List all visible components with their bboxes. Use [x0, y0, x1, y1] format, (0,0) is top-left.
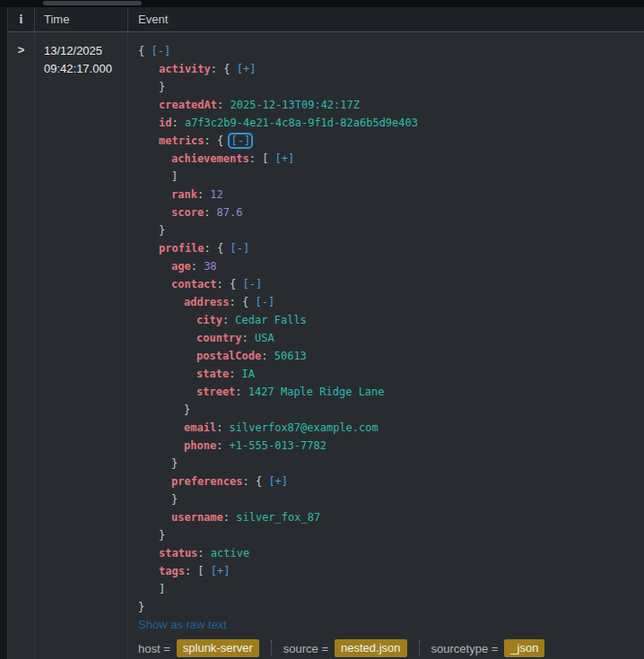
- json-line: { [-]: [138, 42, 644, 60]
- field-separator: [419, 640, 420, 656]
- expand-toggle[interactable]: [+]: [268, 475, 288, 488]
- json-line: postalCode: 50613: [196, 347, 644, 365]
- json-punctuation: }: [138, 601, 144, 613]
- json-punctuation: ]: [159, 583, 165, 595]
- json-key[interactable]: email: [184, 421, 216, 434]
- show-as-raw-text-link[interactable]: Show as raw text: [138, 616, 227, 634]
- json-punctuation: }: [184, 403, 190, 416]
- json-punctuation: }: [171, 493, 178, 506]
- json-key[interactable]: username: [171, 511, 223, 524]
- json-key[interactable]: street: [196, 386, 235, 398]
- json-key[interactable]: activity: [159, 63, 211, 75]
- expand-toggle[interactable]: [+]: [211, 565, 231, 577]
- json-string-value[interactable]: +1-555-013-7782: [230, 439, 326, 452]
- expand-event-chevron-icon[interactable]: >: [18, 43, 25, 56]
- json-key[interactable]: preferences: [171, 475, 242, 488]
- json-line: status: active: [159, 544, 644, 562]
- json-string-value[interactable]: active: [211, 547, 249, 559]
- json-punctuation: :: [261, 350, 274, 362]
- json-line: }: [138, 598, 644, 616]
- json-key[interactable]: postalCode: [196, 350, 261, 362]
- json-string-value[interactable]: a7f3c2b9-4e21-4c8a-9f1d-82a6b5d9e403: [185, 117, 418, 129]
- json-line: metrics: { [-]: [159, 132, 644, 150]
- json-key[interactable]: age: [171, 260, 191, 273]
- json-punctuation: : {: [211, 63, 237, 75]
- json-key[interactable]: state: [196, 368, 229, 380]
- json-key[interactable]: id: [159, 117, 171, 129]
- json-punctuation: : {: [230, 296, 256, 308]
- expand-toggle[interactable]: [-]: [242, 278, 262, 290]
- json-punctuation: :: [197, 547, 210, 559]
- json-string-value[interactable]: USA: [255, 332, 274, 344]
- json-string-value[interactable]: IA: [242, 368, 255, 380]
- json-key[interactable]: metrics: [159, 134, 205, 147]
- json-punctuation: :: [204, 206, 216, 219]
- expand-toggle-focused[interactable]: [-]: [230, 134, 251, 147]
- expand-toggle[interactable]: [+]: [237, 63, 257, 75]
- json-key[interactable]: rank: [171, 188, 197, 201]
- json-key[interactable]: createdAt: [159, 99, 217, 111]
- json-string-value[interactable]: silver_fox_87: [236, 511, 320, 524]
- json-string-value[interactable]: 1427 Maple Ridge Lane: [248, 386, 385, 398]
- json-punctuation: :: [191, 260, 204, 273]
- expand-toggle[interactable]: [+]: [275, 152, 295, 165]
- json-key[interactable]: profile: [159, 242, 205, 255]
- json-line: username: silver_fox_87: [171, 508, 644, 526]
- json-string-value[interactable]: silverfox87@example.com: [230, 421, 379, 434]
- horizontal-scrollbar-thumb[interactable]: [43, 1, 142, 5]
- events-table-header: i Time Event: [8, 7, 644, 32]
- json-string-value[interactable]: 50613: [274, 350, 307, 362]
- host-field-value-badge[interactable]: splunk-server: [177, 639, 259, 657]
- event-date: 13/12/2025: [44, 42, 127, 60]
- json-line: }: [184, 401, 644, 419]
- json-punctuation: : [: [185, 565, 211, 577]
- json-key[interactable]: status: [159, 547, 197, 559]
- expand-toggle[interactable]: [-]: [255, 296, 274, 308]
- json-key[interactable]: country: [196, 332, 242, 344]
- json-key[interactable]: score: [171, 206, 204, 219]
- sourcetype-field-value-badge[interactable]: _json: [504, 639, 544, 657]
- json-punctuation: }: [159, 81, 165, 93]
- json-line: city: Cedar Falls: [196, 311, 644, 329]
- json-line: street: 1427 Maple Ridge Lane: [196, 383, 644, 401]
- json-punctuation: {: [138, 45, 151, 57]
- json-key[interactable]: achievements: [171, 152, 249, 165]
- json-punctuation: :: [197, 188, 210, 201]
- json-number-value[interactable]: 87.6: [217, 206, 243, 219]
- json-line: }: [159, 221, 644, 239]
- expand-toggle[interactable]: [-]: [151, 45, 170, 57]
- field-separator: [271, 640, 272, 656]
- json-line: preferences: { [+]: [171, 473, 644, 490]
- json-number-value[interactable]: 12: [210, 188, 222, 201]
- json-number-value[interactable]: 38: [204, 260, 216, 273]
- json-line: ]: [159, 580, 644, 598]
- json-punctuation: :: [235, 386, 248, 398]
- json-punctuation: }: [171, 457, 178, 470]
- selected-fields-row: host = splunk-server source = nested.jso…: [138, 637, 644, 659]
- json-punctuation: :: [171, 117, 184, 129]
- json-line: }: [159, 526, 644, 544]
- json-punctuation: :: [242, 332, 255, 344]
- json-tree: { [-]activity: { [+]}createdAt: 2025-12-…: [138, 42, 644, 616]
- expand-toggle[interactable]: [-]: [230, 242, 249, 255]
- json-punctuation: : {: [205, 134, 231, 147]
- json-line: achievements: [ [+]: [171, 150, 644, 168]
- source-field-value-badge[interactable]: nested.json: [335, 639, 407, 657]
- json-line: id: a7f3c2b9-4e21-4c8a-9f1d-82a6b5d9e403: [159, 114, 644, 132]
- json-key[interactable]: phone: [184, 439, 216, 452]
- json-punctuation: :: [216, 421, 229, 434]
- json-punctuation: }: [159, 224, 165, 237]
- json-line: ]: [171, 168, 644, 186]
- json-string-value[interactable]: 2025-12-13T09:42:17Z: [230, 99, 360, 111]
- json-line: country: USA: [196, 329, 644, 347]
- event-column-header: Event: [127, 7, 644, 31]
- json-key[interactable]: address: [184, 296, 230, 308]
- json-key[interactable]: tags: [159, 565, 185, 577]
- json-key[interactable]: contact: [171, 278, 217, 290]
- json-string-value[interactable]: Cedar Falls: [235, 314, 306, 326]
- json-punctuation: :: [229, 368, 241, 380]
- json-key[interactable]: city: [196, 314, 222, 326]
- json-line: address: { [-]: [184, 293, 644, 311]
- event-cell: { [-]activity: { [+]}createdAt: 2025-12-…: [127, 33, 644, 659]
- json-punctuation: : {: [242, 475, 268, 488]
